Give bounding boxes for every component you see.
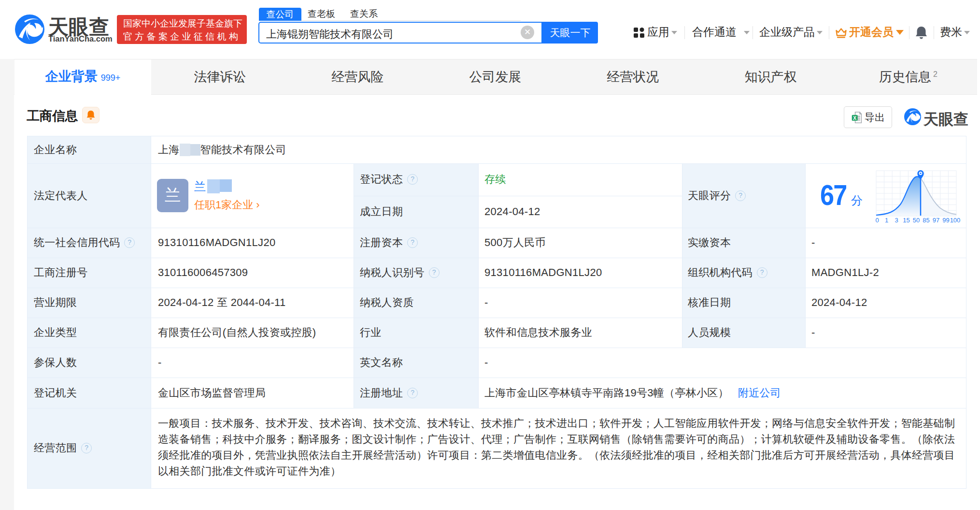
svg-text:97: 97 <box>933 217 939 224</box>
svg-text:100: 100 <box>950 217 961 224</box>
svg-text:99: 99 <box>942 217 949 224</box>
svg-text:0: 0 <box>875 217 879 224</box>
svg-text:X: X <box>853 116 856 121</box>
svg-text:1: 1 <box>885 217 888 224</box>
svg-text:15: 15 <box>903 217 909 224</box>
svg-text:3: 3 <box>895 217 898 224</box>
svg-text:50: 50 <box>913 217 920 224</box>
svg-text:85: 85 <box>923 217 929 224</box>
